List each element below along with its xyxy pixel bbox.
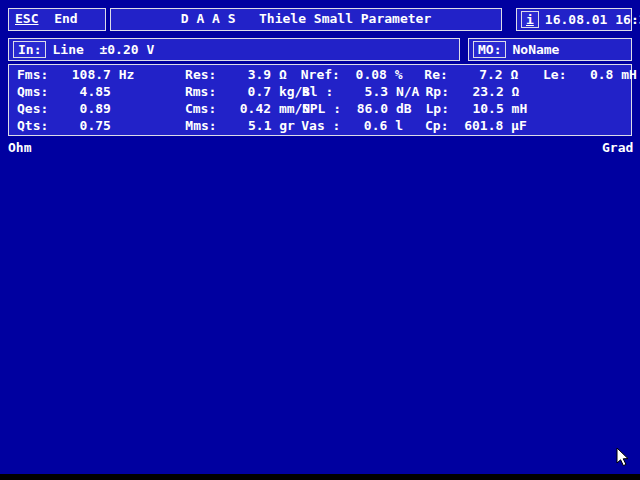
parameter-cell: Vas : 0.6 l xyxy=(301,118,425,135)
parameter-cell: Le: 0.8 mH xyxy=(543,67,631,84)
parameter-cell: Qms: 4.85 xyxy=(17,84,185,101)
input-channel-box[interactable]: In:Line ±0.20 V xyxy=(8,38,460,61)
parameter-cell: Qes: 0.89 xyxy=(17,101,185,118)
parameter-row: Fms: 108.7 HzRes: 3.9 ΩNref: 0.08 %Re: 7… xyxy=(17,67,631,84)
datetime-label: 16.08.01 16:39 xyxy=(545,12,640,28)
parameter-panel: Fms: 108.7 HzRes: 3.9 ΩNref: 0.08 %Re: 7… xyxy=(8,64,632,136)
parameter-cell: Res: 3.9 Ω xyxy=(185,67,301,84)
model-key-label: MO: xyxy=(473,41,506,58)
esc-key-label: ESC xyxy=(15,11,38,26)
parameter-cell: Mms: 5.1 gr xyxy=(185,118,301,135)
parameter-cell: Rms: 0.7 kg/s xyxy=(185,84,302,101)
parameter-row: Qms: 4.85Rms: 0.7 kg/sBl : 5.3 N/ARp: 23… xyxy=(17,84,631,101)
y-right-axis-unit: Grad xyxy=(602,140,633,156)
parameter-cell: Lp: 10.5 mH xyxy=(425,101,544,118)
page-title: D A A S Thiele Small Parameter xyxy=(110,8,502,31)
parameter-cell: Re: 7.2 Ω xyxy=(424,67,543,84)
parameter-cell: Fms: 108.7 Hz xyxy=(17,67,185,84)
parameter-cell: Nref: 0.08 % xyxy=(301,67,425,84)
daas-screen: ESC End D A A S Thiele Small Parameter i… xyxy=(0,0,640,474)
parameter-row: Qts: 0.75Mms: 5.1 grVas : 0.6 lCp: 601.8… xyxy=(17,118,631,135)
input-value: Line ±0.20 V xyxy=(52,42,154,58)
mouse-cursor-icon xyxy=(616,448,630,468)
parameter-cell xyxy=(544,101,631,118)
io-bar: In:Line ±0.20 V MO:NoName xyxy=(8,38,632,61)
parameter-cell: Cp: 601.8 µF xyxy=(425,118,544,135)
impedance-chart: Ohm Grad xyxy=(0,138,640,424)
info-icon[interactable]: i xyxy=(521,11,539,28)
model-box[interactable]: MO:NoName xyxy=(468,38,632,61)
esc-end-button[interactable]: ESC End xyxy=(8,8,106,31)
parameter-cell: Rp: 23.2 Ω xyxy=(425,84,544,101)
parameter-cell: Qts: 0.75 xyxy=(17,118,185,135)
parameter-cell xyxy=(544,84,631,101)
esc-action-label xyxy=(38,11,54,26)
parameter-cell: Cms: 0.42 mm/N xyxy=(185,101,302,118)
datetime-box[interactable]: i16.08.01 16:39 xyxy=(516,8,632,31)
y-left-axis-unit: Ohm xyxy=(8,140,31,156)
parameter-cell xyxy=(544,118,631,135)
parameter-row: Qes: 0.89Cms: 0.42 mm/NSPL : 86.0 dBLp: … xyxy=(17,101,631,118)
input-key-label: In: xyxy=(13,41,46,58)
parameter-cell: Bl : 5.3 N/A xyxy=(302,84,426,101)
title-bar: ESC End D A A S Thiele Small Parameter i… xyxy=(8,8,632,31)
function-key-row-2 xyxy=(8,449,632,472)
model-value: NoName xyxy=(512,42,559,58)
parameter-cell: SPL : 86.0 dB xyxy=(302,101,426,118)
esc-end-label: End xyxy=(54,11,77,26)
function-key-row-1 xyxy=(8,424,632,447)
